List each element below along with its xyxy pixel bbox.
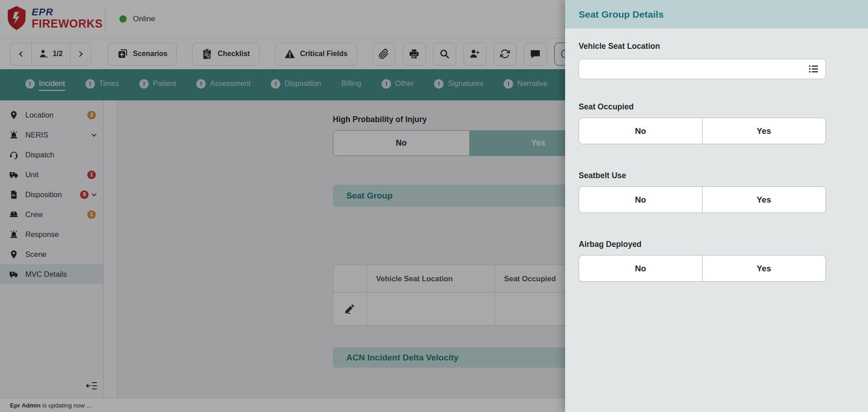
- vehicle-seat-location-input[interactable]: [579, 59, 808, 79]
- seatbelt-use-yes-button[interactable]: Yes: [703, 187, 826, 213]
- drawer-title: Seat Group Details: [579, 9, 664, 20]
- airbag-deployed-label: Airbag Deployed: [579, 240, 642, 249]
- seat-occupied-toggle: No Yes: [579, 118, 826, 144]
- drawer-header: Seat Group Details: [565, 0, 868, 28]
- seat-group-details-drawer: Seat Group Details Vehicle Seat Location…: [565, 0, 868, 412]
- seatbelt-use-no-button[interactable]: No: [579, 187, 703, 213]
- seat-occupied-label: Seat Occupied: [579, 102, 634, 112]
- airbag-deployed-yes-button[interactable]: Yes: [703, 256, 826, 281]
- modal-dim-overlay[interactable]: [0, 0, 565, 412]
- lookup-list-icon[interactable]: [808, 63, 819, 75]
- seat-occupied-yes-button[interactable]: Yes: [703, 118, 826, 144]
- airbag-deployed-no-button[interactable]: No: [579, 256, 703, 281]
- vehicle-seat-location-label: Vehicle Seat Location: [579, 42, 660, 51]
- seatbelt-use-toggle: No Yes: [579, 186, 826, 213]
- seat-occupied-no-button[interactable]: No: [579, 118, 703, 144]
- vehicle-seat-location-field: [579, 59, 826, 79]
- airbag-deployed-toggle: No Yes: [579, 255, 826, 282]
- seatbelt-use-label: Seatbelt Use: [579, 171, 626, 180]
